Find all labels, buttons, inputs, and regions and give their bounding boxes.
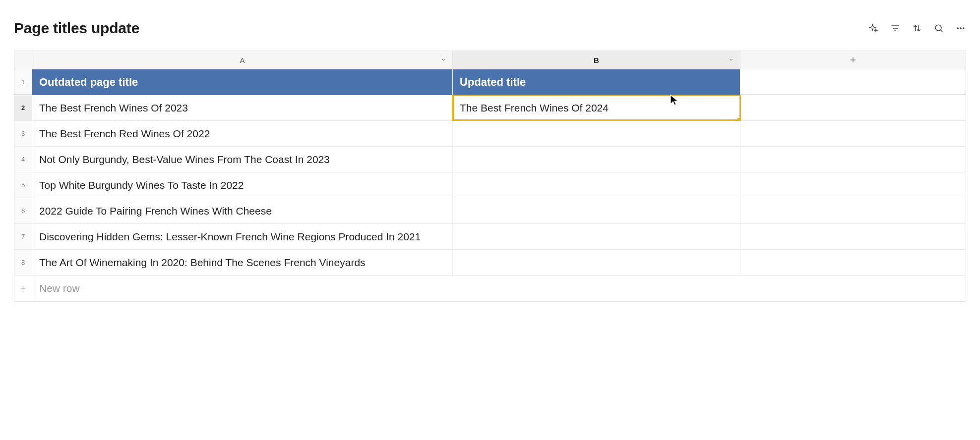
cell[interactable]: [740, 95, 966, 120]
toolbar: [868, 23, 966, 34]
row-number[interactable]: 5: [14, 172, 32, 198]
cell[interactable]: [740, 172, 966, 198]
column-label: A: [240, 56, 245, 64]
row-number[interactable]: 3: [14, 121, 32, 146]
svg-line-4: [940, 30, 942, 32]
table-row: 4 Not Only Burgundy, Best-Value Wines Fr…: [14, 147, 966, 172]
row-number[interactable]: 8: [14, 250, 32, 275]
spreadsheet: A B 1 Outdated page title Updated title: [14, 51, 966, 302]
cell[interactable]: [740, 69, 966, 95]
plus-icon: +: [14, 275, 32, 301]
row-number[interactable]: 1: [14, 69, 32, 95]
table-row: 8 The Art Of Winemaking In 2020: Behind …: [14, 250, 966, 275]
cell[interactable]: The Best French Wines Of 2023: [32, 95, 453, 120]
cell[interactable]: Discovering Hidden Gems: Lesser-Known Fr…: [32, 224, 453, 249]
table-row: 1 Outdated page title Updated title: [14, 69, 966, 95]
ai-sparkle-icon[interactable]: [868, 23, 879, 34]
row-number[interactable]: 4: [14, 147, 32, 172]
select-all-corner[interactable]: [14, 51, 32, 69]
cell[interactable]: Not Only Burgundy, Best-Value Wines From…: [32, 147, 453, 172]
cell[interactable]: The Best French Wines Of 2024: [453, 95, 740, 120]
svg-point-3: [935, 25, 941, 31]
search-icon[interactable]: [933, 23, 944, 34]
more-icon[interactable]: [955, 23, 966, 34]
svg-point-7: [963, 28, 965, 29]
cell[interactable]: [453, 121, 740, 146]
table-row: 6 2022 Guide To Pairing French Wines Wit…: [14, 198, 966, 224]
table-row: 2 The Best French Wines Of 2023 The Best…: [14, 95, 966, 121]
table-row: 5 Top White Burgundy Wines To Taste In 2…: [14, 172, 966, 198]
cell[interactable]: [453, 224, 740, 249]
new-row-label: New row: [32, 275, 453, 301]
row-number[interactable]: 2: [14, 95, 32, 120]
cell[interactable]: [453, 172, 740, 198]
svg-point-6: [960, 28, 962, 29]
sort-icon[interactable]: [912, 23, 922, 34]
cell[interactable]: [740, 198, 966, 223]
cell[interactable]: The Art Of Winemaking In 2020: Behind Th…: [32, 250, 453, 275]
cell[interactable]: [740, 121, 966, 146]
column-label: B: [594, 56, 599, 64]
chevron-down-icon[interactable]: [728, 56, 734, 64]
cell[interactable]: The Best French Red Wines Of 2022: [32, 121, 453, 146]
cell[interactable]: [453, 198, 740, 223]
column-header-row: A B: [14, 51, 966, 69]
page-title: Page titles update: [14, 20, 139, 37]
cell[interactable]: Top White Burgundy Wines To Taste In 202…: [32, 172, 453, 198]
column-header-b[interactable]: B: [453, 51, 740, 69]
row-number[interactable]: 6: [14, 198, 32, 223]
cell[interactable]: [453, 250, 740, 275]
chevron-down-icon[interactable]: [440, 56, 446, 64]
cell[interactable]: Outdated page title: [32, 69, 453, 95]
column-header-a[interactable]: A: [32, 51, 453, 69]
filter-icon[interactable]: [890, 23, 901, 34]
svg-point-5: [957, 28, 959, 29]
cell[interactable]: Updated title: [453, 69, 740, 95]
cell[interactable]: [453, 147, 740, 172]
cell[interactable]: [740, 224, 966, 249]
add-column-button[interactable]: [740, 51, 966, 69]
table-row: 7 Discovering Hidden Gems: Lesser-Known …: [14, 224, 966, 250]
cell[interactable]: 2022 Guide To Pairing French Wines With …: [32, 198, 453, 223]
new-row-button[interactable]: + New row: [14, 275, 966, 301]
cell[interactable]: [740, 250, 966, 275]
row-number[interactable]: 7: [14, 224, 32, 249]
table-row: 3 The Best French Red Wines Of 2022: [14, 121, 966, 147]
cell[interactable]: [740, 147, 966, 172]
